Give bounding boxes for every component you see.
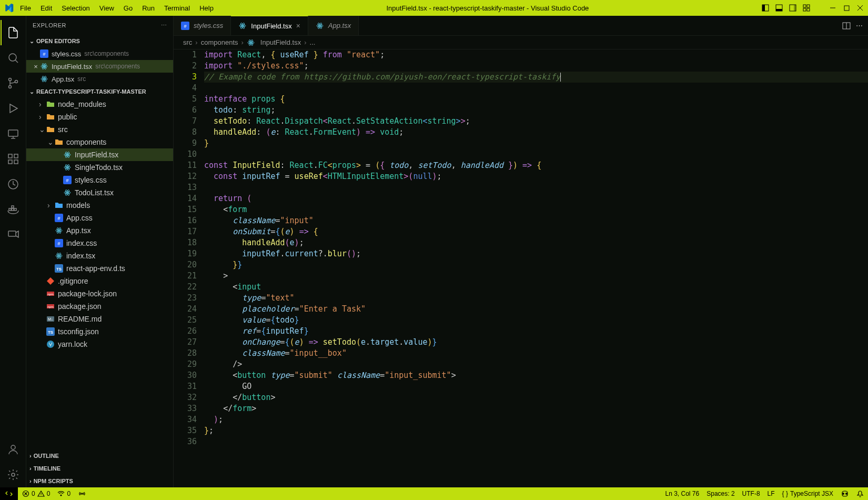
code-line[interactable] [204, 182, 868, 193]
activity-remote[interactable] [1, 121, 26, 146]
close-icon[interactable] [856, 4, 864, 12]
code-line[interactable]: // Example code from https://github.com/… [204, 72, 868, 83]
status-copilot-icon[interactable] [841, 489, 849, 498]
breadcrumb-item[interactable]: InputField.tsx [260, 38, 301, 46]
code-line[interactable]: value={todo} [204, 315, 868, 326]
tree-item[interactable]: #App.css [26, 212, 173, 224]
menu-edit[interactable]: Edit [41, 4, 52, 12]
open-editor-item[interactable]: #styles.csssrc\components [26, 47, 173, 60]
tree-item[interactable]: TStsconfig.json [26, 325, 173, 338]
code-line[interactable]: GO [204, 381, 868, 392]
open-editor-item[interactable]: ×InputField.tsxsrc\components [26, 60, 173, 73]
status-live-icon[interactable] [78, 490, 86, 497]
code-line[interactable]: import "./styles.css"; [204, 61, 868, 72]
menu-run[interactable]: Run [142, 4, 155, 12]
split-editor-icon[interactable] [842, 22, 851, 30]
status-bell-icon[interactable] [856, 490, 864, 497]
tree-item[interactable]: SingleTodo.tsx [26, 161, 173, 174]
menu-terminal[interactable]: Terminal [164, 4, 190, 12]
tree-item[interactable]: ›models [26, 199, 173, 212]
outline-section[interactable]: ›OUTLINE [26, 449, 173, 462]
code-line[interactable] [204, 149, 868, 160]
activity-search[interactable] [1, 45, 26, 71]
code-line[interactable]: > [204, 271, 868, 282]
tree-item[interactable]: yarn.lock [26, 338, 173, 351]
activity-docker[interactable] [1, 197, 26, 222]
code-line[interactable]: const inputRef = useRef<HTMLInputElement… [204, 171, 868, 182]
tree-item[interactable]: #index.css [26, 237, 173, 249]
tree-item[interactable]: npmpackage.json [26, 300, 173, 313]
tree-item[interactable]: ⌄components [26, 136, 173, 148]
layout-bottom-icon[interactable] [775, 4, 783, 12]
tree-item[interactable]: ›node_modules [26, 98, 173, 111]
status-port[interactable]: 0 [57, 490, 70, 497]
remote-indicator[interactable] [0, 487, 18, 500]
more-icon[interactable]: ⋯ [161, 22, 167, 29]
status-errors[interactable]: 0 0 [22, 490, 50, 497]
tree-item[interactable]: #styles.css [26, 174, 173, 186]
status-spaces[interactable]: Spaces: 2 [706, 490, 734, 497]
breadcrumb-item[interactable]: components [201, 38, 238, 46]
code-line[interactable]: className="input__box" [204, 348, 868, 359]
activity-account[interactable] [1, 437, 26, 462]
activity-run-debug[interactable] [1, 96, 26, 121]
menu-selection[interactable]: Selection [62, 4, 89, 12]
tree-item[interactable]: M↓README.md [26, 313, 173, 325]
breadcrumb-item[interactable]: src [183, 38, 192, 46]
code-line[interactable]: }} [204, 259, 868, 271]
open-editor-item[interactable]: App.tsxsrc [26, 73, 173, 85]
activity-gitlens[interactable] [1, 172, 26, 197]
close-icon[interactable]: × [32, 63, 40, 71]
code-line[interactable]: } [204, 138, 868, 149]
tree-item[interactable]: index.tsx [26, 249, 173, 262]
activity-explorer[interactable] [1, 20, 26, 45]
activity-source-control[interactable] [1, 71, 26, 96]
layout-panel-icon[interactable] [762, 4, 769, 12]
code-line[interactable]: return ( [204, 193, 868, 204]
maximize-icon[interactable] [843, 4, 850, 12]
menu-go[interactable]: Go [124, 4, 133, 12]
menu-file[interactable]: File [20, 4, 31, 12]
tree-item[interactable]: TSreact-app-env.d.ts [26, 262, 173, 275]
tab-App-tsx[interactable]: App.tsx [308, 16, 359, 35]
tree-item[interactable]: ⌄src [26, 123, 173, 136]
code-line[interactable]: className="input" [204, 215, 868, 226]
code-line[interactable]: todo: string; [204, 105, 868, 116]
activity-live-share[interactable] [1, 222, 26, 247]
status-language[interactable]: { } TypeScript JSX [782, 490, 833, 497]
code-line[interactable]: </form> [204, 403, 868, 414]
editor-body[interactable]: 1234567891011121314151617181920212223242… [174, 49, 868, 487]
code-line[interactable]: /> [204, 359, 868, 370]
timeline-section[interactable]: ›TIMELINE [26, 462, 173, 475]
breadcrumbs[interactable]: src›components›InputField.tsx›... [174, 36, 868, 49]
layout-right-icon[interactable] [789, 4, 796, 12]
code-line[interactable]: type="text" [204, 293, 868, 304]
code-line[interactable] [204, 436, 868, 447]
code-line[interactable]: <form [204, 204, 868, 215]
minimize-icon[interactable] [829, 4, 836, 12]
status-ln-col[interactable]: Ln 3, Col 76 [665, 490, 700, 497]
tab-styles-css[interactable]: #styles.css [174, 16, 231, 35]
code-line[interactable]: setTodo: React.Dispatch<React.SetStateAc… [204, 116, 868, 127]
code-line[interactable]: <button type="submit" className="input_s… [204, 370, 868, 381]
status-eol[interactable]: LF [768, 490, 775, 497]
status-encoding[interactable]: UTF-8 [742, 490, 760, 497]
tab-InputField-tsx[interactable]: InputField.tsx× [231, 16, 308, 35]
code-line[interactable]: onChange={(e) => setTodo(e.target.value)… [204, 337, 868, 348]
tree-item[interactable]: TodoList.tsx [26, 186, 173, 199]
code-line[interactable]: const InputField: React.FC<props> = ({ t… [204, 160, 868, 171]
menu-view[interactable]: View [99, 4, 114, 12]
tree-item[interactable]: .gitignore [26, 275, 173, 287]
tree-item[interactable]: npmpackage-lock.json [26, 287, 173, 300]
code-line[interactable]: onSubmit={(e) => { [204, 226, 868, 237]
code-line[interactable]: }; [204, 425, 868, 436]
code-line[interactable]: inputRef.current?.blur(); [204, 248, 868, 259]
code-line[interactable] [204, 83, 868, 94]
code-line[interactable]: ref={inputRef} [204, 326, 868, 337]
code-line[interactable]: import React, { useRef } from "react"; [204, 49, 868, 61]
code-line[interactable]: ); [204, 414, 868, 425]
code-line[interactable]: <input [204, 282, 868, 293]
code-line[interactable]: handleAdd(e); [204, 237, 868, 248]
tree-item[interactable]: App.tsx [26, 224, 173, 237]
breadcrumb-item[interactable]: ... [310, 38, 316, 46]
